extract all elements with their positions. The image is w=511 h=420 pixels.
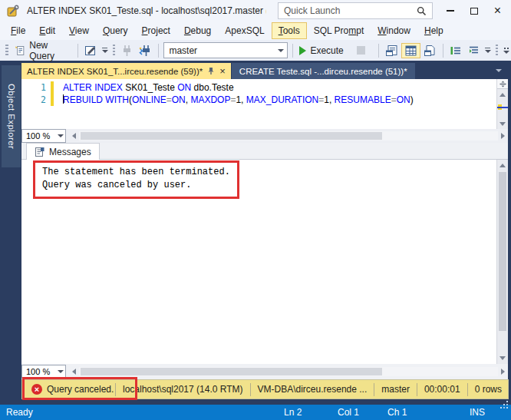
tab-create-teste[interactable]: CREATE Teste.sql -...dirceu.resende (51)… [232,63,415,79]
toolbar-overflow-button[interactable] [501,48,511,54]
format-indent-button[interactable] [447,43,465,58]
menu-apexsql[interactable]: ApexSQL [218,22,271,39]
status-separator [467,383,468,396]
menu-tools[interactable]: Tools [272,22,307,39]
database-selector-value: master [169,45,197,56]
scrollbar-thumb[interactable] [499,172,506,331]
title-bar: ALTER INDEX SK01_Teste.sql - localhost\s… [0,0,511,21]
tab-list-dropdown-icon[interactable] [496,69,502,72]
scroll-position-marker [497,107,508,108]
format-sql-button[interactable] [465,43,483,58]
scrollbar-thumb[interactable] [81,132,382,140]
document-tab-strip: ALTER INDEX SK01_T...irceu.resende (59))… [21,63,511,79]
object-explorer-label: Object Explorer [7,84,16,149]
change-connection-button[interactable] [136,43,155,58]
splitter-handle[interactable] [497,79,508,89]
code-area[interactable]: 1ALTER INDEX SK01_Teste ON dbo.Teste2REB… [21,79,496,129]
results-to-text-button[interactable] [382,43,401,58]
menu-bar: FileEditViewQueryProjectDebugApexSQLTool… [0,21,511,40]
scroll-left-icon[interactable] [72,369,76,375]
ssms-window: ALTER INDEX SK01_Teste.sql - localhost\s… [0,0,511,420]
menu-help[interactable]: Help [417,22,450,39]
toolbar-grip[interactable] [496,45,499,57]
application-status-bar: Ready Ln 2 Col 1 Ch 1 INS [0,405,511,420]
chevron-down-icon [55,134,65,137]
results-to-file-button[interactable] [420,43,440,58]
editor-hscrollbar[interactable] [79,131,498,141]
results-to-grid-button[interactable] [401,43,420,58]
database-selector[interactable]: master [163,42,288,58]
code-text: ALTER INDEX SK01_Teste ON dbo.Teste [54,81,234,94]
scroll-up-icon[interactable] [499,164,506,167]
message-annotation-box: The statement has been terminated.Query … [33,160,239,199]
pin-icon[interactable] [207,67,215,75]
scroll-up-icon[interactable] [499,93,506,97]
execute-button[interactable]: Execute [296,44,346,58]
editor-scrollbar[interactable] [496,79,508,129]
scroll-right-icon[interactable] [501,369,505,375]
menu-sql-prompt[interactable]: SQL Prompt [307,22,371,39]
messages-panel: Messages The statement has been terminat… [21,143,508,379]
status-separator [374,383,374,396]
change-connection-icon [139,45,152,57]
messages-tab-label: Messages [49,147,91,157]
messages-vscrollbar[interactable] [496,160,508,364]
execute-label: Execute [310,45,343,56]
menu-debug[interactable]: Debug [177,22,218,39]
close-icon: × [494,5,501,17]
scroll-right-icon[interactable] [501,133,505,139]
connect-button[interactable] [118,43,136,58]
tab-messages[interactable]: Messages [26,143,100,160]
close-button[interactable]: × [486,0,509,21]
new-query-label: New Query [29,40,71,61]
toolbar-grip[interactable] [113,45,116,57]
line-number: 1 [21,81,51,94]
scroll-down-icon[interactable] [499,356,506,360]
messages-hscrollbar[interactable] [79,367,498,376]
code-editor[interactable]: 1ALTER INDEX SK01_Teste ON dbo.Teste2REB… [21,79,508,129]
dropdown-button[interactable] [101,48,110,53]
toolbar-grip[interactable] [5,45,8,57]
dropdown-button[interactable] [483,48,493,53]
editor-hscroll-row: 100 % [21,129,508,143]
status-annotation-box [22,377,137,400]
tab-alter-index[interactable]: ALTER INDEX SK01_T...irceu.resende (59))… [21,63,231,79]
toolbar-separator [292,44,293,58]
text-cursor [63,94,64,104]
new-query-button[interactable]: New Query [12,38,74,63]
tab-close-icon[interactable]: × [219,66,226,76]
tab-label: ALTER INDEX SK01_T...irceu.resende (59))… [27,67,203,76]
code-line-1[interactable]: 1ALTER INDEX SK01_Teste ON dbo.Teste [21,81,496,94]
cancel-query-button[interactable] [347,45,375,56]
window-title: ALTER INDEX SK01_Teste.sql - localhost\s… [27,5,266,16]
menu-edit[interactable]: Edit [32,22,62,39]
menu-file[interactable]: File [4,22,32,39]
toolbar: New Query master [0,40,511,61]
scrollbar-thumb[interactable] [81,368,382,375]
status-item: 0 rows [475,384,502,395]
menu-view[interactable]: View [62,22,96,39]
menu-window[interactable]: Window [371,22,417,39]
code-line-2[interactable]: 2REBUILD WITH(ONLINE=ON, MAXDOP=1, MAX_D… [21,94,496,106]
code-text: REBUILD WITH(ONLINE=ON, MAXDOP=1, MAX_DU… [54,94,414,106]
edit-box-button[interactable] [81,43,101,58]
scroll-left-icon[interactable] [72,133,76,139]
menu-query[interactable]: Query [96,22,135,39]
scroll-down-icon[interactable] [499,122,506,126]
resize-grip[interactable] [506,407,508,408]
status-item: localhost\sql2017 (14.0 RTM) [123,384,243,395]
editor-zoom-selector[interactable]: 100 % [21,129,66,143]
status-item: master [381,384,410,395]
ready-status: Ready [6,407,33,418]
minimize-button[interactable] [438,0,462,21]
object-explorer-tab[interactable]: Object Explorer [2,65,21,167]
maximize-button[interactable] [462,0,486,21]
messages-content[interactable]: The statement has been terminated.Query … [21,159,508,364]
line-indicator: Ln 2 [284,407,302,418]
toolbar-separator [378,44,379,58]
quick-launch-box[interactable]: Quick Launch [278,2,433,19]
menu-project[interactable]: Project [135,22,177,39]
insert-mode-indicator: INS [470,407,485,418]
results-to-grid-icon [404,45,417,57]
tab-label: CREATE Teste.sql -...dirceu.resende (51)… [239,67,407,76]
